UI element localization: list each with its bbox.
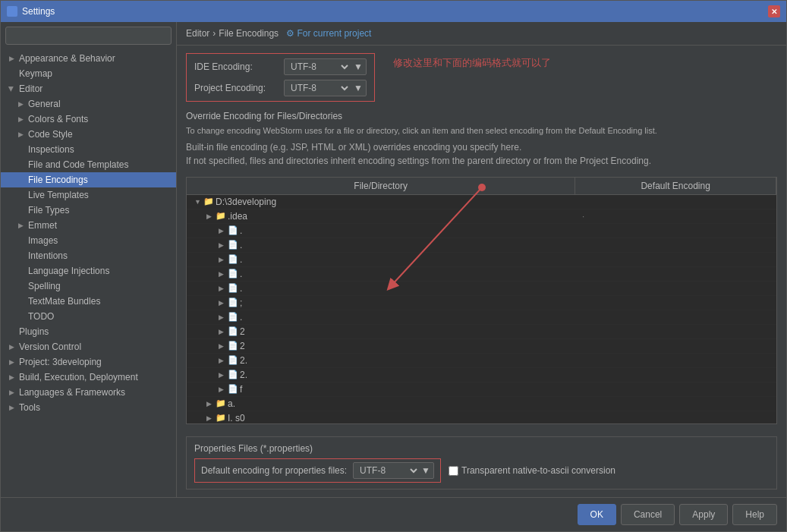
table-row[interactable]: ▶ 📁 a. [187, 397, 776, 411]
sidebar-item-colors-fonts[interactable]: ▶ Colors & Fonts [1, 112, 176, 127]
sidebar-item-intentions[interactable]: ▶ Intentions [1, 248, 176, 263]
transparent-native-label: Transparent native-to-ascii conversion [461, 465, 615, 476]
table-row[interactable]: ▶ 📄 . [187, 282, 776, 296]
sidebar-item-textmate[interactable]: ▶ TextMate Bundles [1, 294, 176, 309]
folder-icon: 📄 [228, 240, 238, 250]
table-row[interactable]: ▶ 📄 2 [187, 339, 776, 354]
override-desc2: Built-in file encoding (e.g. JSP, HTML o… [186, 140, 777, 168]
sidebar-item-file-code-templates[interactable]: ▶ File and Code Templates [1, 157, 176, 172]
expand-arrow-appearance: ▶ [7, 55, 16, 62]
file-name-text: D:\3developing [216, 197, 276, 207]
sidebar-item-tools[interactable]: ▶ Tools [1, 400, 176, 415]
row-expand-icon: ▶ [219, 342, 226, 350]
sidebar-item-label: File and Code Templates [28, 159, 129, 170]
sidebar-item-keymap[interactable]: ▶ Keymap [1, 66, 176, 81]
sidebar-item-live-templates[interactable]: ▶ Live Templates [1, 187, 176, 203]
sidebar-item-images[interactable]: ▶ Images [1, 233, 176, 248]
expand-arrow-general: ▶ [16, 100, 25, 108]
folder-icon: 📁 [216, 413, 226, 423]
properties-section: Properties Files (*.properties) Default … [186, 436, 777, 490]
sidebar-item-label: Spelling [28, 281, 61, 291]
sidebar-item-version-control[interactable]: ▶ Version Control [1, 339, 176, 354]
row-expand-icon: ▶ [206, 400, 214, 408]
ide-encoding-select[interactable]: UTF-8 GBK ISO-8859-1 [288, 61, 351, 73]
sidebar-item-code-style[interactable]: ▶ Code Style [1, 127, 176, 142]
sidebar-item-file-types[interactable]: ▶ File Types [1, 203, 176, 218]
sidebar-item-label: Languages & Frameworks [19, 387, 125, 398]
folder-icon: 📄 [228, 341, 238, 351]
properties-encoding-select[interactable]: UTF-8 GBK ISO-8859-1 [357, 464, 420, 477]
help-button[interactable]: Help [732, 504, 777, 525]
main-header: Editor › File Encodings ⚙ For current pr… [177, 22, 786, 46]
table-row[interactable]: ▶ 📄 2. [187, 354, 776, 368]
sidebar-item-appearance[interactable]: ▶ Appearance & Behavior [1, 51, 176, 66]
project-encoding-dropdown[interactable]: UTF-8 GBK ISO-8859-1 ▼ [284, 80, 367, 96]
sidebar-item-general[interactable]: ▶ General [1, 96, 176, 112]
transparent-native-checkbox[interactable] [449, 466, 458, 476]
project-encoding-select[interactable]: UTF-8 GBK ISO-8859-1 [288, 82, 351, 94]
sidebar-item-label: Emmet [28, 220, 57, 231]
main-body: IDE Encoding: UTF-8 GBK ISO-8859-1 ▼ [177, 46, 786, 497]
row-expand-icon: ▶ [219, 227, 226, 235]
folder-icon: 📄 [228, 355, 238, 365]
ide-encoding-dropdown[interactable]: UTF-8 GBK ISO-8859-1 ▼ [284, 58, 367, 75]
sidebar-item-label: Colors & Fonts [28, 114, 88, 124]
expand-arrow-tools: ▶ [7, 404, 16, 411]
table-row[interactable]: ▶ 📄 . [187, 267, 776, 282]
file-encoding-cell: · [582, 211, 770, 222]
file-name-text: f [240, 384, 242, 395]
sidebar-item-languages[interactable]: ▶ Languages & Frameworks [1, 385, 176, 400]
close-button[interactable]: ✕ [768, 5, 780, 17]
sidebar-item-todo[interactable]: ▶ TODO [1, 309, 176, 324]
folder-icon: 📄 [228, 297, 238, 307]
table-row[interactable]: ▶ 📁 .idea · [187, 209, 776, 224]
sidebar-item-editor[interactable]: ▶ Editor [1, 81, 176, 96]
cancel-button[interactable]: Cancel [621, 504, 675, 525]
main-panel: Editor › File Encodings ⚙ For current pr… [177, 22, 786, 497]
dropdown-arrow-icon3: ▼ [421, 465, 430, 476]
sidebar-item-project[interactable]: ▶ Project: 3developing [1, 354, 176, 370]
project-encoding-row: Project Encoding: UTF-8 GBK ISO-8859-1 ▼ [194, 80, 367, 96]
sidebar-item-label: Code Style [28, 129, 73, 140]
table-row[interactable]: ▶ 📄 . [187, 310, 776, 325]
table-row[interactable]: ▶ 📄 . [187, 224, 776, 238]
file-cell-name: ▶ 📁 .idea [193, 211, 582, 222]
file-name-text: 2 [240, 341, 245, 351]
override-title: Override Encoding for Files/Directories [186, 111, 777, 121]
ok-button[interactable]: OK [578, 504, 616, 525]
table-row[interactable]: ▶ 📁 I. s0 [187, 411, 776, 424]
sidebar-item-build[interactable]: ▶ Build, Execution, Deployment [1, 370, 176, 385]
sidebar-item-inspections[interactable]: ▶ Inspections [1, 142, 176, 157]
table-row[interactable]: ▶ 📄 2 [187, 325, 776, 339]
transparent-native-checkbox-wrap[interactable]: Transparent native-to-ascii conversion [449, 465, 615, 476]
table-row[interactable]: ▶ 📄 f [187, 382, 776, 397]
row-expand-icon: ▶ [219, 256, 226, 263]
sidebar-item-plugins[interactable]: ▶ Plugins [1, 324, 176, 339]
table-row[interactable]: ▶ 📄 ; [187, 296, 776, 310]
sidebar-item-emmet[interactable]: ▶ Emmet [1, 218, 176, 233]
table-row[interactable]: ▶ 📄 2. [187, 368, 776, 382]
file-name-text: . [240, 254, 242, 265]
sidebar-item-label: Keymap [19, 68, 52, 79]
sidebar-item-file-encodings[interactable]: ▶ File Encodings [1, 172, 176, 187]
file-table-body[interactable]: ▼ 📁 D:\3developing ▶ 📁 .idea [187, 195, 776, 424]
row-expand-icon: ▶ [219, 285, 226, 292]
properties-row: Default encoding for properties files: U… [194, 458, 769, 483]
search-input[interactable] [5, 27, 172, 45]
sidebar-item-spelling[interactable]: ▶ Spelling [1, 279, 176, 294]
properties-title: Properties Files (*.properties) [194, 443, 769, 454]
table-row[interactable]: ▼ 📁 D:\3developing [187, 195, 776, 209]
ide-encoding-label: IDE Encoding: [194, 61, 278, 72]
sidebar-item-label: Build, Execution, Deployment [19, 372, 138, 382]
row-expand-icon: ▶ [219, 313, 226, 321]
apply-button[interactable]: Apply [679, 504, 728, 525]
file-name-text: a. [228, 398, 235, 409]
sidebar-item-label: Tools [19, 402, 40, 413]
table-row[interactable]: ▶ 📄 . [187, 238, 776, 253]
properties-encoding-dropdown[interactable]: UTF-8 GBK ISO-8859-1 ▼ [353, 462, 434, 479]
sidebar-item-language-injections[interactable]: ▶ Language Injections [1, 263, 176, 279]
table-row[interactable]: ▶ 📄 . [187, 253, 776, 267]
project-link[interactable]: ⚙ For current project [286, 28, 371, 39]
expand-arrow-colors: ▶ [16, 115, 25, 123]
override-desc3-text: If not specified, files and directories … [186, 156, 651, 166]
